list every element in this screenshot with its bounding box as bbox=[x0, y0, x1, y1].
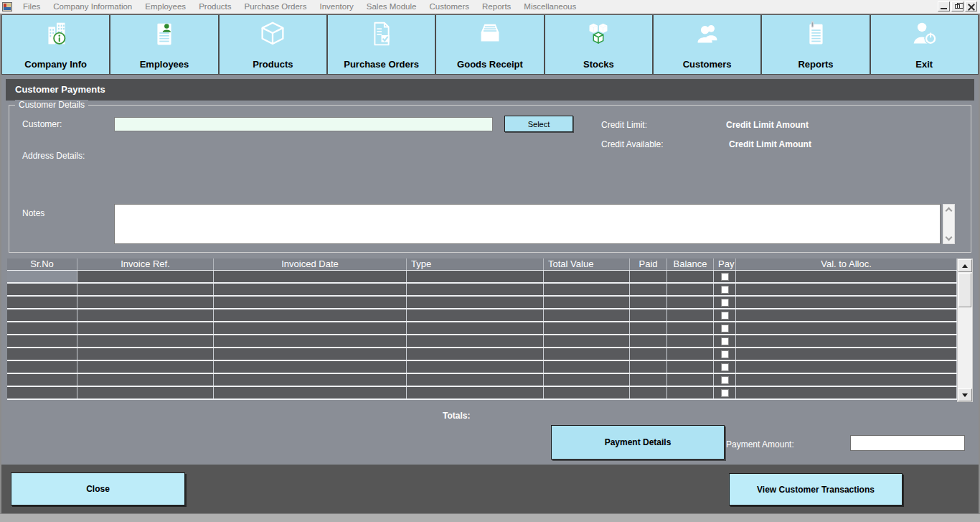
grid-cell[interactable] bbox=[7, 361, 77, 373]
grid-cell[interactable] bbox=[7, 309, 77, 321]
grid-cell[interactable] bbox=[630, 297, 667, 308]
grid-cell[interactable] bbox=[630, 284, 667, 295]
grid-cell[interactable] bbox=[214, 284, 407, 295]
grid-cell[interactable] bbox=[630, 322, 667, 334]
grid-cell[interactable] bbox=[407, 361, 544, 373]
grid-cell[interactable] bbox=[667, 335, 714, 347]
column-header-val-to-alloc[interactable]: Val. to Alloc. bbox=[736, 258, 957, 270]
grid-cell[interactable] bbox=[214, 361, 407, 373]
grid-cell[interactable] bbox=[214, 348, 407, 360]
grid-cell[interactable] bbox=[544, 335, 630, 347]
grid-cell[interactable] bbox=[630, 271, 667, 282]
grid-cell[interactable] bbox=[630, 309, 667, 321]
grid-cell[interactable] bbox=[630, 361, 667, 373]
grid-cell[interactable] bbox=[667, 361, 714, 373]
chevron-up-icon[interactable] bbox=[946, 208, 953, 215]
grid-cell[interactable] bbox=[736, 309, 957, 321]
menu-item-reports[interactable]: Reports bbox=[476, 0, 517, 14]
grid-cell[interactable] bbox=[407, 348, 544, 360]
menu-item-sales-module[interactable]: Sales Module bbox=[360, 0, 423, 14]
grid-cell[interactable] bbox=[77, 348, 214, 360]
grid-cell[interactable] bbox=[77, 387, 214, 399]
grid-cell[interactable] bbox=[214, 374, 407, 386]
grid-cell[interactable] bbox=[544, 374, 630, 386]
grid-cell[interactable] bbox=[667, 284, 714, 295]
grid-cell[interactable] bbox=[714, 271, 736, 282]
menu-item-files[interactable]: Files bbox=[17, 0, 47, 14]
grid-cell[interactable] bbox=[77, 335, 214, 347]
grid-cell[interactable] bbox=[544, 387, 630, 399]
toolbar-button-products[interactable]: Products bbox=[220, 15, 326, 74]
toolbar-button-employees[interactable]: Employees bbox=[110, 15, 217, 74]
grid-cell[interactable] bbox=[736, 335, 957, 347]
grid-cell[interactable] bbox=[407, 335, 544, 347]
pay-checkbox[interactable] bbox=[721, 299, 729, 307]
pay-checkbox[interactable] bbox=[721, 273, 729, 281]
grid-cell[interactable] bbox=[544, 348, 630, 360]
menu-item-inventory[interactable]: Inventory bbox=[313, 0, 359, 14]
grid-cell[interactable] bbox=[7, 387, 77, 399]
close-button[interactable]: Close bbox=[11, 472, 185, 505]
grid-cell[interactable] bbox=[667, 271, 714, 282]
grid-cell[interactable] bbox=[714, 387, 736, 399]
grid-cell[interactable] bbox=[544, 361, 630, 373]
pay-checkbox[interactable] bbox=[721, 312, 729, 320]
menu-item-products[interactable]: Products bbox=[192, 0, 237, 14]
grid-cell[interactable] bbox=[214, 322, 407, 334]
scrollbar-thumb[interactable] bbox=[958, 273, 971, 307]
grid-cell[interactable] bbox=[714, 361, 736, 373]
pay-checkbox[interactable] bbox=[721, 363, 729, 371]
grid-cell[interactable] bbox=[7, 284, 77, 295]
grid-cell[interactable] bbox=[77, 309, 214, 321]
select-button[interactable]: Select bbox=[504, 116, 573, 132]
view-customer-transactions-button[interactable]: View Customer Transactions bbox=[729, 473, 903, 505]
grid-cell[interactable] bbox=[630, 335, 667, 347]
pay-checkbox[interactable] bbox=[721, 376, 729, 384]
grid-cell[interactable] bbox=[714, 322, 736, 334]
grid-cell[interactable] bbox=[736, 271, 957, 282]
chevron-down-icon[interactable] bbox=[946, 234, 953, 241]
grid-cell[interactable] bbox=[544, 309, 630, 321]
grid-cell[interactable] bbox=[7, 297, 77, 308]
payment-details-button[interactable]: Payment Details bbox=[551, 425, 725, 460]
grid-cell[interactable] bbox=[214, 309, 407, 321]
grid-cell[interactable] bbox=[714, 297, 736, 308]
grid-cell[interactable] bbox=[407, 322, 544, 334]
toolbar-button-company-info[interactable]: Company Info bbox=[2, 15, 109, 74]
grid-cell[interactable] bbox=[714, 309, 736, 321]
close-window-button[interactable] bbox=[965, 1, 977, 11]
grid-cell[interactable] bbox=[714, 374, 736, 386]
grid-cell[interactable] bbox=[77, 322, 214, 334]
pay-checkbox[interactable] bbox=[721, 337, 729, 345]
grid-cell[interactable] bbox=[630, 387, 667, 399]
grid-cell[interactable] bbox=[407, 284, 544, 295]
grid-cell[interactable] bbox=[7, 335, 77, 347]
grid-cell[interactable] bbox=[667, 348, 714, 360]
toolbar-button-stocks[interactable]: Stocks bbox=[545, 15, 652, 74]
grid-cell[interactable] bbox=[736, 284, 957, 295]
grid-cell[interactable] bbox=[407, 297, 544, 308]
grid-cell[interactable] bbox=[7, 348, 77, 360]
grid-cell[interactable] bbox=[214, 387, 407, 399]
grid-cell[interactable] bbox=[736, 297, 957, 308]
grid-cell[interactable] bbox=[407, 374, 544, 386]
grid-cell[interactable] bbox=[77, 297, 214, 308]
grid-cell[interactable] bbox=[77, 284, 214, 295]
grid-cell[interactable] bbox=[667, 374, 714, 386]
grid-cell[interactable] bbox=[714, 335, 736, 347]
grid-cell[interactable] bbox=[736, 322, 957, 334]
grid-cell[interactable] bbox=[7, 271, 77, 282]
grid-cell[interactable] bbox=[736, 361, 957, 373]
customer-input[interactable] bbox=[114, 117, 493, 131]
grid-cell[interactable] bbox=[407, 271, 544, 282]
notes-input[interactable] bbox=[114, 204, 941, 244]
grid-cell[interactable] bbox=[667, 387, 714, 399]
grid-cell[interactable] bbox=[7, 322, 77, 334]
scroll-down-button[interactable] bbox=[958, 388, 972, 401]
restore-button[interactable] bbox=[951, 1, 963, 11]
menu-item-customers[interactable]: Customers bbox=[423, 0, 476, 14]
grid-cell[interactable] bbox=[77, 374, 214, 386]
column-header-invoice-ref[interactable]: Invoice Ref. bbox=[77, 258, 214, 270]
column-header-pay[interactable]: Pay bbox=[714, 258, 736, 270]
grid-cell[interactable] bbox=[7, 374, 77, 386]
